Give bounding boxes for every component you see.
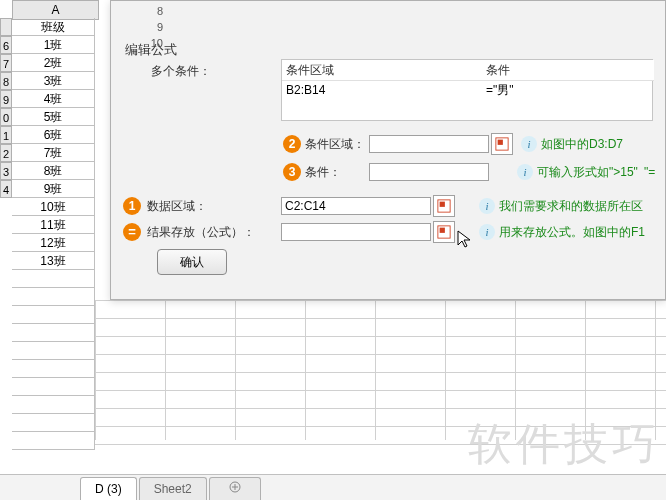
empty-grid[interactable] xyxy=(95,300,666,440)
conditions-cell-area[interactable]: B2:B14 xyxy=(282,80,486,100)
cell[interactable]: 3班 xyxy=(12,72,95,90)
svg-rect-5 xyxy=(440,228,445,233)
cell[interactable] xyxy=(12,324,95,342)
cell[interactable]: 13班 xyxy=(12,252,95,270)
conditions-header-area: 条件区域 xyxy=(282,60,486,81)
cell[interactable] xyxy=(12,414,95,432)
badge-1-icon: 1 xyxy=(123,197,141,215)
cell[interactable]: 11班 xyxy=(12,216,95,234)
add-sheet-button[interactable] xyxy=(209,477,261,500)
row-result: = 结果存放（公式）： xyxy=(123,223,259,241)
cell[interactable]: 班级 xyxy=(12,18,95,36)
info-icon[interactable]: i xyxy=(517,164,533,180)
hint-data-area: 我们需要求和的数据所在区 xyxy=(499,198,643,215)
row-headers: 6 7 8 9 0 1 2 3 4 xyxy=(0,18,12,198)
cell[interactable]: 6班 xyxy=(12,126,95,144)
row-result-input: i 用来存放公式。如图中的F1 xyxy=(281,221,645,243)
conditions-table[interactable]: 条件区域 条件 B2:B14 ="男" xyxy=(281,59,653,121)
ref-picker-button[interactable] xyxy=(433,221,455,243)
column-header-A[interactable]: A xyxy=(12,0,99,20)
hint-condition: 可输入形式如">15" xyxy=(537,164,638,181)
row-label: 9 xyxy=(125,19,167,35)
row-header[interactable] xyxy=(0,18,12,36)
row-data-area-input: i 我们需要求和的数据所在区 xyxy=(281,195,643,217)
ref-picker-button[interactable] xyxy=(491,133,513,155)
result-label: 结果存放（公式）： xyxy=(147,224,255,241)
spreadsheet-area: A 6 7 8 9 0 1 2 3 4 班级 1班 2班 3班 4班 5班 6班… xyxy=(0,0,666,470)
sheet-tabs: D (3) Sheet2 xyxy=(0,474,666,500)
info-icon[interactable]: i xyxy=(521,136,537,152)
cell[interactable] xyxy=(12,360,95,378)
cell[interactable] xyxy=(12,396,95,414)
condition-label: 条件： xyxy=(305,164,341,181)
svg-rect-3 xyxy=(440,202,445,207)
row-header[interactable]: 3 xyxy=(0,162,12,180)
cell[interactable]: 5班 xyxy=(12,108,95,126)
cell[interactable]: 10班 xyxy=(12,198,95,216)
cell[interactable] xyxy=(12,288,95,306)
dialog-title: 编辑公式 xyxy=(125,41,177,59)
row-data-area: 1 数据区域： xyxy=(123,197,211,215)
cell[interactable] xyxy=(12,270,95,288)
cell[interactable] xyxy=(12,432,95,450)
conditions-header-cond: 条件 xyxy=(482,60,654,81)
row-header[interactable]: 2 xyxy=(0,144,12,162)
cell[interactable]: 7班 xyxy=(12,144,95,162)
sheet-tab-active[interactable]: D (3) xyxy=(80,477,137,500)
row-header[interactable]: 4 xyxy=(0,180,12,198)
hint-condition-area: 如图中的D3:D7 xyxy=(541,136,623,153)
cell[interactable]: 12班 xyxy=(12,234,95,252)
row-condition: 3 条件： i 可输入形式如">15" "= xyxy=(283,161,655,183)
svg-rect-1 xyxy=(498,140,503,145)
info-icon[interactable]: i xyxy=(479,224,495,240)
data-area-label: 数据区域： xyxy=(147,198,207,215)
sheet-tab[interactable]: Sheet2 xyxy=(139,477,207,500)
badge-2-icon: 2 xyxy=(283,135,301,153)
hint-result: 用来存放公式。如图中的F1 xyxy=(499,224,645,241)
multi-conditions-label: 多个条件： xyxy=(151,63,211,80)
cell[interactable]: 9班 xyxy=(12,180,95,198)
row-header[interactable]: 1 xyxy=(0,126,12,144)
row-header[interactable]: 9 xyxy=(0,90,12,108)
hint-condition-extra: "= xyxy=(644,165,655,179)
condition-area-input[interactable] xyxy=(369,135,489,153)
cell[interactable]: 1班 xyxy=(12,36,95,54)
row-header[interactable]: 0 xyxy=(0,108,12,126)
data-area-input[interactable] xyxy=(281,197,431,215)
cell[interactable] xyxy=(12,378,95,396)
row-header[interactable]: 7 xyxy=(0,54,12,72)
formula-editor-dialog: 8 9 10 编辑公式 多个条件： 条件区域 条件 B2:B14 ="男" 2 … xyxy=(110,0,666,300)
cell[interactable] xyxy=(12,342,95,360)
badge-equals-icon: = xyxy=(123,223,141,241)
cell[interactable] xyxy=(12,306,95,324)
cell[interactable]: 8班 xyxy=(12,162,95,180)
row-label: 8 xyxy=(125,3,167,19)
row-condition-area: 2 条件区域： i 如图中的D3:D7 xyxy=(283,133,623,155)
condition-area-label: 条件区域： xyxy=(305,136,365,153)
cell[interactable]: 2班 xyxy=(12,54,95,72)
row-header[interactable]: 6 xyxy=(0,36,12,54)
column-A-cells: 班级 1班 2班 3班 4班 5班 6班 7班 8班 9班 10班 11班 12… xyxy=(12,18,95,450)
result-input[interactable] xyxy=(281,223,431,241)
info-icon[interactable]: i xyxy=(479,198,495,214)
ref-picker-button[interactable] xyxy=(433,195,455,217)
row-header[interactable]: 8 xyxy=(0,72,12,90)
plus-icon xyxy=(229,481,241,493)
conditions-cell-cond[interactable]: ="男" xyxy=(482,80,654,100)
ok-button[interactable]: 确认 xyxy=(157,249,227,275)
cell[interactable]: 4班 xyxy=(12,90,95,108)
badge-3-icon: 3 xyxy=(283,163,301,181)
condition-input[interactable] xyxy=(369,163,489,181)
